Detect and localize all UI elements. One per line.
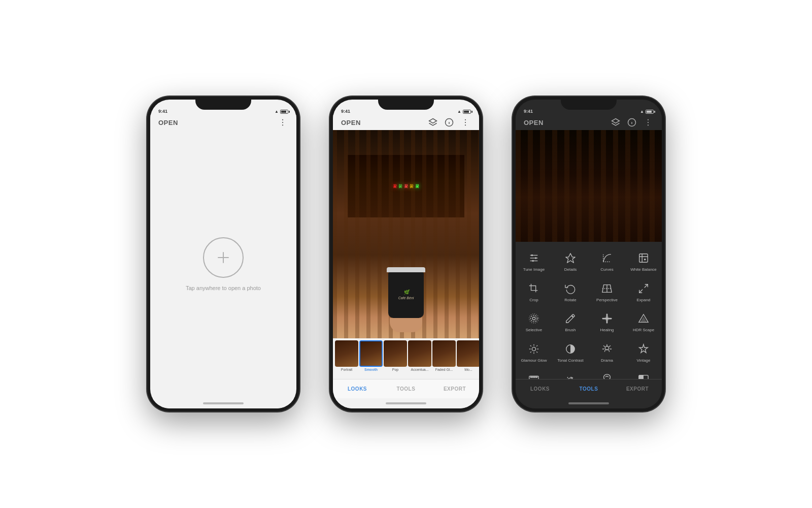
- top-bar-icons-1: [277, 117, 288, 128]
- rotate-icon: [563, 281, 578, 296]
- thumb-faded-img: [432, 340, 456, 367]
- svg-point-18: [648, 124, 649, 125]
- thumb-smooth-img: [359, 340, 383, 367]
- more-vert-icon-3[interactable]: [642, 117, 654, 128]
- tonal-contrast-label: Tonal Contrast: [557, 358, 584, 363]
- info-icon-3[interactable]: [626, 117, 637, 128]
- tab-tools-3[interactable]: TOOLS: [564, 379, 613, 398]
- layers-icon-3[interactable]: [610, 117, 621, 128]
- svg-point-17: [648, 122, 649, 123]
- phone-2-inner: 9:41 ▲ OPEN: [333, 100, 479, 408]
- thumb-more[interactable]: Mo...: [457, 340, 479, 379]
- svg-point-0: [282, 119, 283, 120]
- expand-icon: [636, 281, 651, 296]
- tool-hdr-scape[interactable]: HDR Scape: [625, 306, 662, 337]
- tab-tools-2[interactable]: TOOLS: [382, 379, 430, 398]
- tab-export-2[interactable]: EXPORT: [430, 379, 479, 398]
- tool-retrolux[interactable]: Retrolux: [552, 367, 589, 379]
- tab-export-3[interactable]: EXPORT: [613, 379, 662, 398]
- battery-3: [646, 110, 654, 114]
- thumb-faded[interactable]: Faded Gl...: [432, 340, 456, 379]
- brush-label: Brush: [565, 328, 576, 333]
- hdr-scape-icon: [636, 311, 651, 326]
- top-bar-icons-3: [610, 117, 654, 128]
- notch-3: [561, 97, 617, 110]
- white-balance-icon: [636, 251, 651, 265]
- thumb-pop-label: Pop: [392, 368, 398, 371]
- hand-cup: 🌿 Café Béni: [386, 267, 426, 328]
- tool-glamour-glow[interactable]: Glamour Glow: [516, 337, 552, 367]
- tool-rotate[interactable]: Rotate: [552, 276, 589, 307]
- more-vert-icon-1[interactable]: [277, 117, 288, 128]
- svg-rect-44: [531, 376, 532, 378]
- tool-crop[interactable]: Crop: [516, 276, 552, 307]
- tool-curves[interactable]: Curves: [589, 246, 625, 276]
- home-bar-2: [386, 402, 426, 404]
- tool-drama[interactable]: Drama: [589, 337, 625, 367]
- phone-1-inner: 9:41 ▲ OPEN: [150, 100, 296, 408]
- info-icon-2[interactable]: [444, 117, 455, 128]
- svg-marker-12: [612, 119, 620, 123]
- thumb-smooth[interactable]: Smooth: [359, 340, 383, 379]
- thumb-faded-label: Faded Gl...: [435, 368, 453, 371]
- home-indicator-3: [516, 398, 662, 408]
- tool-white-balance[interactable]: White Balance: [625, 246, 662, 276]
- tab-looks-2[interactable]: LOOKS: [333, 379, 382, 398]
- thumb-portrait-img: [335, 340, 358, 367]
- tool-selective[interactable]: Selective: [516, 306, 552, 337]
- tool-grunge[interactable]: Grunge: [589, 367, 625, 379]
- tool-tonal-contrast[interactable]: Tonal Contrast: [552, 337, 589, 367]
- svg-point-10: [465, 122, 466, 123]
- perspective-label: Perspective: [596, 298, 618, 303]
- tool-black-white[interactable]: Black & White: [625, 367, 662, 379]
- open-label-3: OPEN: [524, 119, 544, 126]
- thumb-smooth-label: Smooth: [364, 368, 378, 371]
- svg-point-9: [465, 119, 466, 120]
- thumb-pop[interactable]: Pop: [384, 340, 407, 379]
- tool-perspective[interactable]: Perspective: [589, 276, 625, 307]
- glamour-glow-label: Glamour Glow: [521, 358, 547, 363]
- tool-expand[interactable]: Expand: [625, 276, 662, 307]
- more-vert-icon-2[interactable]: [460, 117, 471, 128]
- add-circle[interactable]: [203, 237, 244, 278]
- tab-looks-3[interactable]: LOOKS: [516, 379, 564, 398]
- tools-panel: Tune Image Details Curves: [516, 242, 662, 379]
- dark-slats: [516, 130, 662, 242]
- selective-label: Selective: [526, 328, 542, 333]
- svg-point-34: [532, 317, 535, 320]
- status-time-3: 9:41: [524, 109, 533, 114]
- battery-2: [463, 110, 471, 114]
- signal-2: ▲: [457, 109, 461, 114]
- expand-label: Expand: [636, 298, 650, 303]
- tool-tune-image[interactable]: Tune Image: [516, 246, 552, 276]
- tool-details[interactable]: Details: [552, 246, 589, 276]
- thumb-portrait[interactable]: Portrait: [335, 340, 358, 379]
- status-icons-3: ▲: [640, 109, 654, 114]
- phone-3-inner: 9:41 ▲ OPEN: [516, 100, 662, 408]
- phone-2: 9:41 ▲ OPEN: [330, 97, 482, 411]
- top-bar-3: OPEN: [516, 115, 662, 130]
- svg-rect-45: [532, 376, 533, 378]
- tune-image-label: Tune Image: [523, 267, 545, 272]
- black-white-icon: [636, 372, 651, 379]
- screen-empty[interactable]: Tap anywhere to open a photo: [150, 130, 296, 398]
- svg-point-11: [465, 124, 466, 125]
- tool-grainy-film[interactable]: Grainy Film: [516, 367, 552, 379]
- svg-rect-37: [605, 317, 608, 321]
- layers-icon-2[interactable]: [427, 117, 438, 128]
- notch-2: [378, 97, 434, 110]
- thumb-accentua[interactable]: Accentua...: [408, 340, 431, 379]
- tool-healing[interactable]: Healing: [589, 306, 625, 337]
- svg-point-40: [532, 347, 535, 351]
- brush-icon: [563, 311, 578, 326]
- tonal-contrast-icon: [563, 342, 578, 356]
- healing-label: Healing: [600, 328, 614, 333]
- status-time-2: 9:41: [341, 109, 350, 114]
- plus-icon: [214, 248, 232, 267]
- tool-brush[interactable]: Brush: [552, 306, 589, 337]
- notch-1: [195, 97, 251, 110]
- curves-icon: [600, 251, 614, 265]
- thumb-pop-img: [384, 340, 407, 367]
- retrolux-icon: [563, 372, 578, 379]
- tool-vintage[interactable]: Vintage: [625, 337, 662, 367]
